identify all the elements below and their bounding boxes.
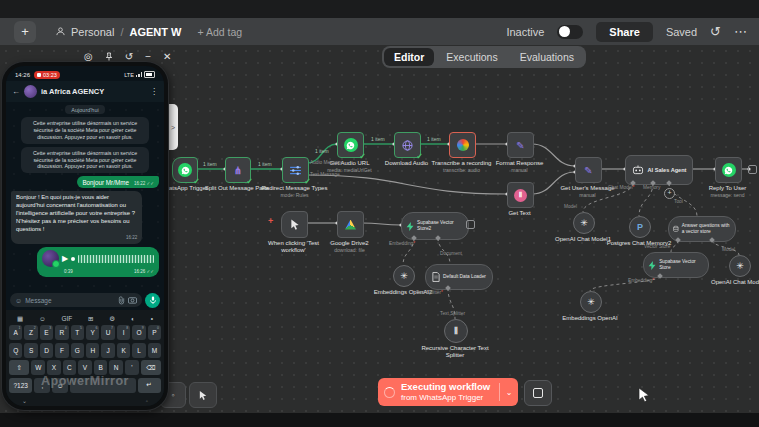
mic-button[interactable] <box>145 293 160 308</box>
nav-dot-icon[interactable]: ◦ <box>146 398 148 404</box>
node-supabase-vector-store[interactable]: Supabase Vector Store <box>643 252 709 278</box>
key-Q[interactable]: Q <box>9 343 22 358</box>
add-tool-button[interactable]: + <box>664 188 675 199</box>
mirror-sidebar-handle[interactable]: > <box>168 104 178 150</box>
key-T[interactable]: T5 <box>71 325 84 340</box>
key-space[interactable]: ↵ <box>138 378 161 393</box>
keyboard-toolbar-icon[interactable]: ▦ <box>17 315 23 323</box>
node-download-audio[interactable]: ✓ <box>394 132 421 158</box>
key-Z[interactable]: Z2 <box>24 325 37 340</box>
key-M[interactable]: M <box>148 343 161 358</box>
rotate-icon[interactable]: ↺ <box>125 51 133 62</box>
key-F[interactable]: F <box>55 343 68 358</box>
key-space[interactable]: ⇧ <box>9 360 29 375</box>
key-C[interactable]: C <box>63 360 77 375</box>
kebab-menu-icon[interactable]: ⋮ <box>150 87 158 96</box>
node-ai-sales-agent[interactable]: AI Sales Agent <box>625 155 693 185</box>
keyboard-toolbar-icon[interactable]: ⚙ <box>109 315 115 323</box>
camera-icon[interactable] <box>128 296 137 304</box>
node-whatsapp-trigger[interactable]: ✓ <box>172 157 198 183</box>
key-R[interactable]: R4 <box>55 325 68 340</box>
node-google-drive2[interactable] <box>337 211 364 238</box>
node-get-users-message[interactable]: ✎ <box>575 157 602 183</box>
key-W[interactable]: W <box>31 360 45 375</box>
node-default-data-loader[interactable]: Default Data Loader <box>425 264 493 290</box>
key-A[interactable]: A1 <box>9 325 22 340</box>
play-icon[interactable]: ▶ <box>62 254 68 263</box>
node-reply-to-user[interactable] <box>715 157 742 183</box>
keyboard-toolbar-icon[interactable]: • <box>151 315 153 322</box>
minimize-icon[interactable]: − <box>145 51 151 62</box>
key-H[interactable]: H <box>86 343 99 358</box>
active-toggle[interactable] <box>557 25 583 39</box>
node-when-clicking-test-workflow[interactable] <box>281 211 308 238</box>
node-format-response[interactable]: ✎ <box>507 132 534 158</box>
key-N[interactable]: N <box>109 360 123 375</box>
system-message[interactable]: Cette entreprise utilise désormais un se… <box>21 147 148 174</box>
breadcrumb-owner[interactable]: Personal <box>71 26 114 38</box>
node-openai-chat-model1[interactable]: ✳ <box>573 212 595 234</box>
node-embeddings-openai[interactable]: ✳ <box>580 291 602 313</box>
emoji-icon[interactable]: ☺ <box>15 297 22 304</box>
hide-keyboard-icon[interactable]: ⌄ <box>22 397 27 404</box>
node-openai-chat-model3[interactable]: ✳ <box>729 255 751 277</box>
key-G[interactable]: G <box>71 343 84 358</box>
pointer-tool-button[interactable] <box>189 382 217 408</box>
back-icon[interactable]: ← <box>12 87 20 96</box>
pin-icon[interactable] <box>105 52 113 61</box>
workflow-title[interactable]: AGENT W <box>129 26 181 38</box>
tab-executions[interactable]: Executions <box>436 48 507 66</box>
key-E[interactable]: E3 <box>40 325 53 340</box>
share-button[interactable]: Share <box>596 22 653 42</box>
record-icon[interactable]: ◎ <box>84 51 93 62</box>
key-I[interactable]: I8 <box>117 325 130 340</box>
key-space[interactable]: ⌫ <box>141 360 161 375</box>
node-supabase-vector-store2[interactable]: Supabase Vector Store2 <box>401 212 469 240</box>
key-123[interactable]: ?123 <box>9 378 32 393</box>
node-embeddings-openai2[interactable]: ✳ <box>393 265 415 287</box>
key-B[interactable]: B <box>94 360 108 375</box>
node-split-out-message-parts[interactable]: ⋔✓ <box>225 157 251 183</box>
keyboard-toolbar-icon[interactable]: GIF <box>61 315 72 322</box>
node-get-audio-url[interactable]: ✓ <box>337 132 364 158</box>
node-recursive-character-text-splitter[interactable]: Ⅱ <box>444 319 468 343</box>
key-L[interactable]: L <box>132 343 145 358</box>
contact-name[interactable]: ia Africa AGENCY <box>41 87 146 96</box>
output-terminal[interactable] <box>748 165 757 174</box>
key-Y[interactable]: Y6 <box>86 325 99 340</box>
contact-avatar[interactable] <box>24 85 37 98</box>
key-O[interactable]: O9 <box>132 325 145 340</box>
key-S[interactable]: S <box>24 343 37 358</box>
key-U[interactable]: U7 <box>101 325 114 340</box>
node-redirect-message-types[interactable]: ✓ <box>282 157 309 183</box>
keyboard-toolbar-icon[interactable]: ◐ <box>131 315 135 322</box>
tab-evaluations[interactable]: Evaluations <box>510 48 584 66</box>
phone-keyboard[interactable]: ▦☺GIF⊞⚙◐• A1Z2E3R4T5Y6U7I8O9P0 QSDFGHJKL… <box>6 310 164 395</box>
keyboard-toolbar-icon[interactable]: ☺ <box>39 315 46 322</box>
close-icon[interactable]: ✕ <box>163 51 171 62</box>
executing-workflow-toast[interactable]: Executing workflow from WhatsApp Trigger… <box>378 378 518 406</box>
chat-messages-area[interactable]: Aujourd'hui Cette entreprise utilise dés… <box>6 102 164 291</box>
key-D[interactable]: D <box>40 343 53 358</box>
more-menu-icon[interactable]: ⋯ <box>734 24 747 39</box>
key-P[interactable]: P0 <box>148 325 161 340</box>
output-terminal[interactable] <box>466 220 475 229</box>
key-space[interactable]: ' <box>125 360 139 375</box>
new-workflow-button[interactable]: + <box>14 21 36 43</box>
system-message[interactable]: Cette entreprise utilise désormais un se… <box>21 117 148 144</box>
node-get-text[interactable]: Ⅱ <box>507 182 534 208</box>
seek-handle[interactable] <box>71 257 75 261</box>
message-input[interactable]: ☺ Message <box>10 293 142 307</box>
key-J[interactable]: J <box>101 343 114 358</box>
attach-icon[interactable] <box>118 296 125 305</box>
history-icon[interactable]: ↺ <box>710 24 721 39</box>
tab-editor[interactable]: Editor <box>384 48 434 66</box>
key-K[interactable]: K <box>117 343 130 358</box>
stop-execution-button[interactable] <box>524 380 552 406</box>
phone-mirror-window[interactable]: 14:26 03:23 LTE ← ia Africa AGENCY ⋮ Auj… <box>2 62 168 410</box>
key-V[interactable]: V <box>78 360 92 375</box>
node-transcribe-a-recording[interactable] <box>449 132 476 158</box>
keyboard-toolbar-icon[interactable]: ⊞ <box>88 315 93 323</box>
key-X[interactable]: X <box>47 360 61 375</box>
add-tag-button[interactable]: + Add tag <box>197 26 242 38</box>
